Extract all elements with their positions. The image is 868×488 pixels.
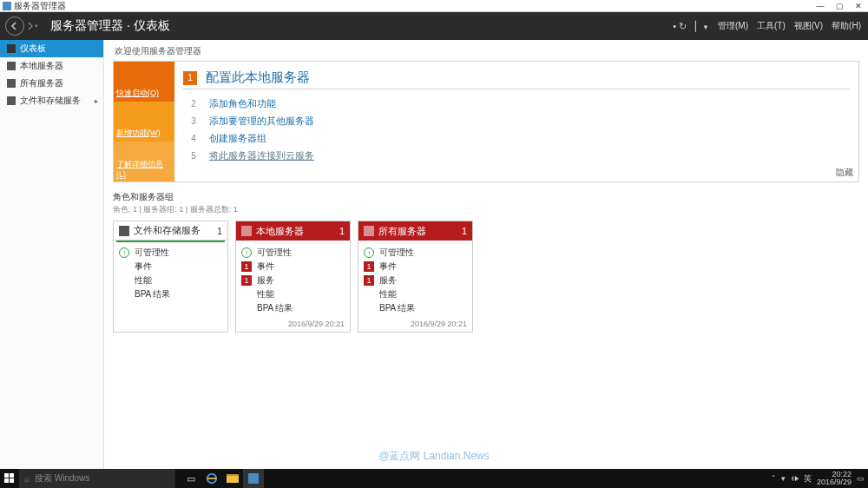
app-icon xyxy=(3,2,11,10)
taskview-button[interactable]: ▭ xyxy=(181,469,201,488)
row-bpa[interactable]: BPA 结果 xyxy=(364,301,467,315)
svg-rect-0 xyxy=(4,473,9,478)
tile-storage[interactable]: 文件和存储服务 1 可管理性 事件 性能 BPA 结果 xyxy=(113,221,228,333)
sidebar-item-label: 本地服务器 xyxy=(20,60,63,72)
tile-count: 1 xyxy=(462,226,467,236)
maximize-button[interactable]: ▢ xyxy=(830,0,849,12)
row-performance[interactable]: 性能 xyxy=(119,274,222,287)
sidebar-item-all[interactable]: 所有服务器 xyxy=(0,75,103,92)
sidebar-item-local[interactable]: 本地服务器 xyxy=(0,57,103,75)
sidebar: 仪表板 本地服务器 所有服务器 文件和存储服务 ▸ xyxy=(0,40,104,469)
row-manageability[interactable]: 可管理性 xyxy=(119,246,222,260)
server-manager-icon xyxy=(248,473,259,484)
nav-forward-button[interactable]: ▾ xyxy=(26,16,38,36)
sidebar-item-label: 所有服务器 xyxy=(20,77,63,89)
servers-icon xyxy=(364,226,374,236)
menu-view[interactable]: 视图(V) xyxy=(794,20,823,32)
hide-link[interactable]: 隐藏 xyxy=(836,167,853,179)
tile-body: 可管理性 事件 性能 BPA 结果 xyxy=(114,241,227,304)
system-tray: ˄ ▾ 🕪 英 20:22 2016/9/29 ▭ xyxy=(772,471,868,486)
configure-title: 配置此本地服务器 xyxy=(206,69,310,86)
sidebar-item-label: 仪表板 xyxy=(20,43,46,55)
connect-cloud-link[interactable]: 5 将此服务器连接到云服务 xyxy=(183,147,850,164)
search-placeholder: 搜索 Windows xyxy=(35,472,89,485)
status-ok-icon xyxy=(119,247,129,258)
add-roles-link[interactable]: 2 添加角色和功能 xyxy=(183,95,850,112)
row-manageability[interactable]: 可管理性 xyxy=(241,246,345,260)
header-bar: ▾ 服务器管理器 · 仪表板 • ↻ ▏▼ 管理(M) 工具(T) 视图(V) … xyxy=(0,12,868,40)
minimize-button[interactable]: — xyxy=(811,0,830,12)
arrow-right-icon xyxy=(27,22,34,30)
step-text: 添加要管理的其他服务器 xyxy=(209,115,314,128)
status-error-icon: 1 xyxy=(241,275,252,286)
windows-icon xyxy=(4,473,15,484)
watermark: @蓝点网 Landian.News xyxy=(378,449,490,464)
row-bpa[interactable]: BPA 结果 xyxy=(119,287,222,301)
status-error-icon: 1 xyxy=(241,261,252,272)
add-servers-link[interactable]: 3 添加要管理的其他服务器 xyxy=(183,112,850,129)
tile-local-server[interactable]: 本地服务器 1 可管理性 1事件 1服务 性能 BPA 结果 2016/9/29… xyxy=(235,221,351,333)
svg-rect-1 xyxy=(10,473,14,478)
tray-network-icon[interactable]: ▾ xyxy=(781,474,786,483)
create-group-link[interactable]: 4 创建服务器组 xyxy=(183,129,850,147)
refresh-button[interactable]: • ↻ xyxy=(673,21,687,32)
dashboard-icon xyxy=(7,44,16,53)
learnmore-tab[interactable]: 了解详细信息(L) xyxy=(114,142,174,181)
status-ok-icon xyxy=(364,247,374,258)
roles-subtitle: 角色: 1 | 服务器组: 1 | 服务器总数: 1 xyxy=(113,204,859,215)
main-area: 欢迎使用服务器管理器 快速启动(Q) 新增功能(W) 了解详细信息(L) 1 配… xyxy=(104,40,868,469)
window-titlebar: 服务器管理器 — ▢ ✕ xyxy=(0,0,868,12)
step-number: 5 xyxy=(187,148,201,162)
storage-icon xyxy=(7,96,16,105)
welcome-heading: 欢迎使用服务器管理器 xyxy=(115,45,859,57)
tray-clock[interactable]: 20:22 2016/9/29 xyxy=(817,471,852,486)
tile-all-servers[interactable]: 所有服务器 1 可管理性 1事件 1服务 性能 BPA 结果 2016/9/29… xyxy=(358,221,473,333)
sidebar-item-storage[interactable]: 文件和存储服务 ▸ xyxy=(0,92,103,109)
explorer-button[interactable] xyxy=(222,469,243,488)
nav-back-button[interactable] xyxy=(5,16,24,36)
tile-body: 可管理性 1事件 1服务 性能 BPA 结果 xyxy=(358,241,472,318)
row-performance[interactable]: 性能 xyxy=(364,287,467,301)
row-services[interactable]: 1服务 xyxy=(364,274,467,287)
folder-icon xyxy=(227,474,239,483)
row-events[interactable]: 1事件 xyxy=(241,260,345,274)
header-menu: • ↻ ▏▼ 管理(M) 工具(T) 视图(V) 帮助(H) xyxy=(673,20,861,32)
roles-header: 角色和服务器组 xyxy=(113,191,859,203)
close-button[interactable]: ✕ xyxy=(849,0,868,12)
configure-server-link[interactable]: 1 配置此本地服务器 xyxy=(183,67,850,89)
menu-tools[interactable]: 工具(T) xyxy=(757,20,786,32)
tray-sound-icon[interactable]: 🕪 xyxy=(791,474,799,483)
tray-up-icon[interactable]: ˄ xyxy=(772,474,776,483)
sidebar-item-dashboard[interactable]: 仪表板 xyxy=(0,40,103,57)
notifications-flag-icon[interactable]: ▏▼ xyxy=(695,21,709,32)
whatsnew-tab[interactable]: 新增功能(W) xyxy=(114,102,174,142)
menu-help[interactable]: 帮助(H) xyxy=(832,20,861,32)
server-manager-button[interactable] xyxy=(243,469,264,488)
quickstart-tab[interactable]: 快速启动(Q) xyxy=(114,62,174,102)
row-events[interactable]: 1事件 xyxy=(364,260,467,274)
taskbar-pinned: ▭ xyxy=(181,469,264,488)
row-bpa[interactable]: BPA 结果 xyxy=(241,301,345,315)
content: 仪表板 本地服务器 所有服务器 文件和存储服务 ▸ 欢迎使用服务器管理器 快速启… xyxy=(0,40,868,469)
row-performance[interactable]: 性能 xyxy=(241,287,345,301)
server-icon xyxy=(7,62,16,70)
tile-head: 文件和存储服务 1 xyxy=(114,221,227,241)
taskbar-search[interactable]: ⌕ 搜索 Windows xyxy=(19,469,175,488)
row-manageability[interactable]: 可管理性 xyxy=(364,246,467,260)
ie-button[interactable] xyxy=(201,469,222,488)
row-events[interactable]: 事件 xyxy=(119,260,222,274)
row-services[interactable]: 1服务 xyxy=(241,274,345,287)
step-text: 添加角色和功能 xyxy=(209,97,276,110)
step-text: 将此服务器连接到云服务 xyxy=(209,149,314,162)
menu-manage[interactable]: 管理(M) xyxy=(718,20,748,32)
tile-head: 本地服务器 1 xyxy=(236,221,350,241)
tile-count: 1 xyxy=(339,226,345,236)
tile-title: 文件和存储服务 xyxy=(134,224,201,237)
tray-ime[interactable]: 英 xyxy=(804,473,812,485)
step-number: 2 xyxy=(187,96,201,110)
tray-notification-icon[interactable]: ▭ xyxy=(857,474,865,483)
status-error-icon: 1 xyxy=(364,275,374,286)
step-number: 4 xyxy=(187,131,201,145)
start-button[interactable] xyxy=(0,469,19,488)
tile-count: 1 xyxy=(217,226,222,236)
